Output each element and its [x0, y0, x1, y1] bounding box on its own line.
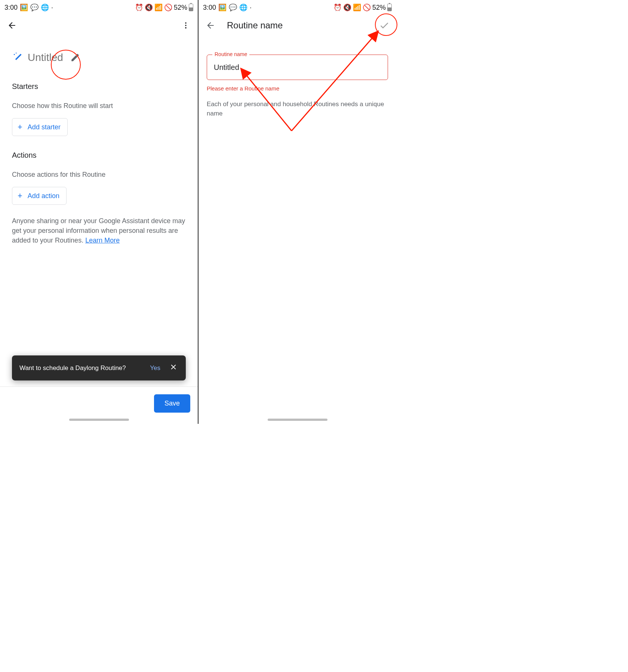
battery-icon — [387, 4, 392, 11]
disclaimer: Anyone sharing or near your Google Assis… — [0, 205, 198, 245]
app-bar: Routine name — [198, 15, 396, 36]
learn-more-link[interactable]: Learn More — [85, 237, 120, 244]
page-title: Routine name — [227, 20, 283, 31]
battery-percent: 52% — [174, 4, 187, 12]
snackbar: Want to schedule a Daylong Routine? Yes — [12, 355, 186, 380]
svg-point-3 — [14, 54, 15, 55]
status-time: 3:00 — [203, 4, 216, 12]
confirm-button[interactable] — [377, 18, 392, 33]
svg-point-0 — [185, 22, 187, 24]
mute-icon: 🔇 — [343, 3, 351, 12]
nav-pill — [268, 419, 327, 421]
check-icon — [379, 20, 390, 31]
routine-name-input[interactable] — [207, 55, 388, 80]
more-vert-icon — [182, 21, 190, 30]
status-bar: 3:00 🖼️ 💬 🌐 · ⏰ 🔇 📶 🚫 52% — [0, 0, 198, 15]
dnd-icon: 🚫 — [363, 3, 371, 12]
screenshot-left: 3:00 🖼️ 💬 🌐 · ⏰ 🔇 📶 🚫 52% — [0, 0, 198, 424]
add-action-button[interactable]: + Add action — [12, 187, 67, 205]
more-dot-icon: · — [250, 4, 252, 12]
sports-icon: 🌐 — [41, 3, 49, 12]
save-button[interactable]: Save — [154, 394, 190, 413]
routine-title-row: Untitled — [0, 36, 198, 67]
status-time: 3:00 — [4, 4, 18, 12]
starters-heading: Starters — [0, 67, 198, 91]
svg-point-4 — [16, 53, 17, 54]
gallery-icon: 🖼️ — [20, 3, 28, 12]
actions-sub: Choose actions for this Routine — [0, 160, 198, 179]
field-error: Please enter a Routine name — [198, 80, 396, 92]
starters-sub: Choose how this Routine will start — [0, 91, 198, 110]
field-legend: Routine name — [212, 51, 249, 57]
alarm-icon: ⏰ — [333, 3, 342, 12]
routine-name-field-wrap: Routine name — [198, 36, 396, 80]
overflow-button[interactable] — [178, 18, 193, 33]
sports-icon: 🌐 — [239, 3, 247, 12]
add-starter-label: Add starter — [28, 123, 61, 131]
close-icon — [169, 363, 178, 371]
pencil-icon — [70, 53, 80, 62]
messenger-icon: 💬 — [229, 3, 237, 12]
field-help: Each of your personal and household Rout… — [198, 92, 396, 118]
back-button[interactable] — [4, 18, 19, 33]
more-dot-icon: · — [51, 4, 53, 12]
actions-heading: Actions — [0, 136, 198, 160]
alarm-icon: ⏰ — [135, 3, 143, 12]
magic-wand-icon — [12, 51, 23, 64]
routine-name-label: Untitled — [28, 52, 63, 64]
gallery-icon: 🖼️ — [218, 3, 227, 12]
battery-percent: 52% — [372, 4, 386, 12]
snackbar-text: Want to schedule a Daylong Routine? — [19, 364, 126, 372]
app-bar — [0, 15, 198, 36]
add-action-label: Add action — [28, 192, 59, 200]
screenshot-right: 3:00 🖼️ 💬 🌐 · ⏰ 🔇 📶 🚫 52% — [198, 0, 396, 424]
snackbar-yes-button[interactable]: Yes — [145, 363, 166, 373]
messenger-icon: 💬 — [30, 3, 39, 12]
status-bar: 3:00 🖼️ 💬 🌐 · ⏰ 🔇 📶 🚫 52% — [198, 0, 396, 15]
snackbar-close-button[interactable] — [166, 361, 181, 374]
routine-name-field[interactable]: Routine name — [207, 55, 388, 80]
svg-point-1 — [185, 25, 187, 26]
svg-point-2 — [185, 27, 187, 29]
back-button[interactable] — [203, 18, 218, 33]
arrow-left-icon — [206, 21, 215, 30]
arrow-left-icon — [7, 21, 17, 30]
footer-bar: Save — [0, 386, 198, 424]
dnd-icon: 🚫 — [164, 3, 172, 12]
plus-icon: + — [18, 122, 22, 132]
mute-icon: 🔇 — [145, 3, 153, 12]
battery-icon — [189, 4, 193, 11]
wifi-icon: 📶 — [154, 3, 163, 12]
wifi-icon: 📶 — [353, 3, 361, 12]
plus-icon: + — [18, 191, 22, 201]
edit-name-button[interactable] — [68, 50, 83, 65]
nav-pill — [69, 419, 129, 421]
add-starter-button[interactable]: + Add starter — [12, 118, 68, 136]
